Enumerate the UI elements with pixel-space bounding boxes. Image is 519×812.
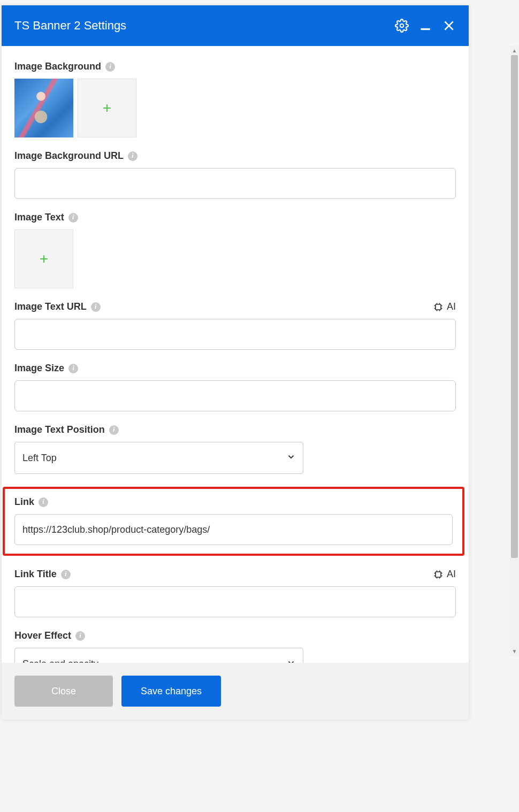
ai-button[interactable]: AI xyxy=(433,569,456,580)
info-icon[interactable]: i xyxy=(105,62,115,72)
field-link-title: Link Title i AI xyxy=(14,569,456,617)
svg-rect-13 xyxy=(436,572,441,577)
info-icon[interactable]: i xyxy=(39,497,48,507)
field-link: Link i xyxy=(14,496,453,545)
header-actions xyxy=(395,19,456,33)
info-icon[interactable]: i xyxy=(61,570,71,579)
ai-button[interactable]: AI xyxy=(433,301,456,312)
image-text-thumbs: + xyxy=(14,229,456,288)
field-image-background-url: Image Background URL i xyxy=(14,150,456,199)
minimize-icon[interactable] xyxy=(418,19,432,33)
save-button[interactable]: Save changes xyxy=(121,676,221,707)
ai-label: AI xyxy=(447,301,456,312)
label-image-text-url: Image Text URL xyxy=(14,301,87,312)
field-image-background: Image Background i + xyxy=(14,61,456,137)
add-image-background-button[interactable]: + xyxy=(78,79,136,137)
field-image-text-position: Image Text Position i xyxy=(14,424,456,474)
info-icon[interactable]: i xyxy=(109,425,119,435)
label-image-background-url: Image Background URL xyxy=(14,150,124,162)
image-background-thumbs: + xyxy=(14,79,456,137)
field-image-text-url: Image Text URL i AI xyxy=(14,301,456,350)
label-hover-effect: Hover Effect xyxy=(14,630,71,641)
field-hover-effect: Hover Effect i xyxy=(14,630,456,663)
link-input[interactable] xyxy=(14,514,453,545)
hover-effect-select[interactable] xyxy=(14,648,303,663)
plus-icon: + xyxy=(40,250,48,267)
gear-icon[interactable] xyxy=(395,19,409,33)
label-link: Link xyxy=(14,496,34,508)
image-background-url-input[interactable] xyxy=(14,168,456,199)
plus-icon: + xyxy=(103,99,111,117)
scroll-down-icon[interactable]: ▼ xyxy=(510,647,519,656)
image-background-thumb[interactable] xyxy=(14,79,73,137)
image-text-url-input[interactable] xyxy=(14,319,456,350)
scrollbar[interactable]: ▲ ▼ xyxy=(510,46,519,656)
scrollbar-thumb[interactable] xyxy=(511,55,518,558)
dialog-header: TS Banner 2 Settings xyxy=(2,5,469,46)
add-image-text-button[interactable]: + xyxy=(14,229,73,288)
image-text-position-select[interactable] xyxy=(14,442,303,474)
close-icon[interactable] xyxy=(442,19,456,33)
svg-point-0 xyxy=(400,24,404,28)
link-title-input[interactable] xyxy=(14,586,456,617)
dialog-content: Image Background i + Image Background UR… xyxy=(2,46,469,663)
info-icon[interactable]: i xyxy=(75,631,85,641)
scroll-up-icon[interactable]: ▲ xyxy=(510,46,519,55)
dialog-title: TS Banner 2 Settings xyxy=(14,19,126,33)
label-image-text: Image Text xyxy=(14,212,64,223)
close-button[interactable]: Close xyxy=(14,676,113,707)
field-image-text: Image Text i + xyxy=(14,212,456,288)
label-image-size: Image Size xyxy=(14,363,64,374)
label-link-title: Link Title xyxy=(14,569,57,580)
dialog-footer: Close Save changes xyxy=(2,663,469,719)
image-size-input[interactable] xyxy=(14,380,456,411)
ai-label: AI xyxy=(447,569,456,580)
field-image-size: Image Size i xyxy=(14,363,456,411)
info-icon[interactable]: i xyxy=(91,302,101,312)
label-image-text-position: Image Text Position xyxy=(14,424,105,435)
settings-dialog: TS Banner 2 Settings Image Background xyxy=(2,5,469,719)
link-highlight-box: Link i xyxy=(3,487,464,556)
info-icon[interactable]: i xyxy=(128,151,138,161)
info-icon[interactable]: i xyxy=(68,213,78,223)
svg-rect-4 xyxy=(436,304,441,310)
label-image-background: Image Background xyxy=(14,61,101,72)
info-icon[interactable]: i xyxy=(68,364,78,373)
